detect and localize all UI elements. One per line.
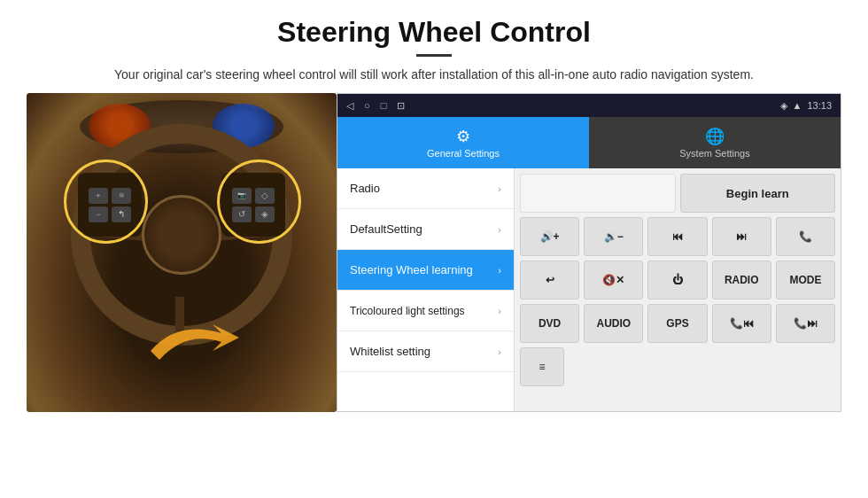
prev-track-button[interactable]: ⏮ xyxy=(647,217,707,256)
android-panel: ◁ ○ □ ⊡ ◈ ▲ 13:13 ⚙ General Settings 🌐 S… xyxy=(337,93,841,412)
vol-down-button[interactable]: 🔉− xyxy=(584,217,643,256)
arrow-indicator xyxy=(142,302,257,377)
chevron-icon: › xyxy=(498,346,501,357)
controls-area: Begin learn 🔊+ 🔉− ⏮ ⏭ xyxy=(515,168,841,411)
steering-wheel-hub xyxy=(142,195,221,275)
special-icon: ≡ xyxy=(539,361,545,373)
next-icon: ⏭ xyxy=(736,230,747,243)
special-button[interactable]: ≡ xyxy=(520,347,564,386)
phone-button[interactable]: 📞 xyxy=(776,217,835,256)
tab-system[interactable]: 🌐 System Settings xyxy=(589,117,841,168)
main-content: Radio › DefaultSetting › Steering Wheel … xyxy=(337,168,841,411)
highlight-circle-left xyxy=(64,160,148,244)
menu-list: Radio › DefaultSetting › Steering Wheel … xyxy=(337,168,515,411)
content-area: + ≋ − ↰ 📷 ◇ ↺ ◈ xyxy=(27,93,841,430)
menu-default-label: DefaultSetting xyxy=(350,222,422,236)
page-header: Steering Wheel Control Your original car… xyxy=(0,0,868,93)
hangup-button[interactable]: ↩ xyxy=(520,261,579,300)
menu-tricolour-label: Tricoloured light settings xyxy=(350,305,465,317)
radio-button[interactable]: RADIO xyxy=(712,261,771,300)
power-button[interactable]: ⏻ xyxy=(647,261,707,300)
menu-item-default[interactable]: DefaultSetting › xyxy=(337,209,514,250)
power-icon: ⏻ xyxy=(672,274,683,286)
audio-label: AUDIO xyxy=(596,317,631,330)
chevron-icon: › xyxy=(498,183,501,194)
empty-slot xyxy=(520,174,676,213)
tab-general-label: General Settings xyxy=(427,148,500,159)
gps-icon: ◈ xyxy=(780,100,787,112)
chevron-icon: › xyxy=(498,306,501,316)
tel-next-button[interactable]: 📞⏭ xyxy=(776,304,835,343)
recents-icon: □ xyxy=(381,100,387,111)
chevron-icon: › xyxy=(498,265,501,276)
title-divider xyxy=(416,54,452,57)
menu-item-whitelist[interactable]: Whitelist setting › xyxy=(337,331,514,372)
vol-up-icon: 🔊+ xyxy=(540,230,560,243)
next-track-button[interactable]: ⏭ xyxy=(712,217,771,256)
mode-label: MODE xyxy=(789,274,821,286)
begin-learn-button[interactable]: Begin learn xyxy=(680,174,836,213)
tel-next-icon: 📞⏭ xyxy=(794,317,818,330)
mute-icon: 🔇✕ xyxy=(602,274,624,286)
dvd-label: DVD xyxy=(539,317,561,330)
tab-system-label: System Settings xyxy=(679,148,749,159)
menu-item-tricolour[interactable]: Tricoloured light settings › xyxy=(337,291,514,331)
highlight-circle-right xyxy=(217,160,301,244)
controls-row-2: 🔊+ 🔉− ⏮ ⏭ 📞 xyxy=(520,217,835,256)
audio-button[interactable]: AUDIO xyxy=(584,304,643,343)
radio-label: RADIO xyxy=(725,274,759,286)
controls-row-4: DVD AUDIO GPS 📞⏮ 📞⏭ xyxy=(520,304,835,343)
steering-wheel-image: + ≋ − ↰ 📷 ◇ ↺ ◈ xyxy=(27,93,337,412)
nav-tabs: ⚙ General Settings 🌐 System Settings xyxy=(337,117,841,168)
status-bar: ◁ ○ □ ⊡ ◈ ▲ 13:13 xyxy=(337,94,841,117)
mute-button[interactable]: 🔇✕ xyxy=(584,261,643,300)
status-bar-left: ◁ ○ □ ⊡ xyxy=(346,100,405,112)
menu-item-steering[interactable]: Steering Wheel learning › xyxy=(337,250,514,291)
time-display: 13:13 xyxy=(807,100,832,111)
controls-row-1: Begin learn xyxy=(520,174,835,213)
prev-icon: ⏮ xyxy=(672,230,683,243)
page-description: Your original car's steering wheel contr… xyxy=(53,66,815,84)
vol-down-icon: 🔉− xyxy=(604,230,624,243)
signal-icon: ▲ xyxy=(793,100,802,111)
menu-whitelist-label: Whitelist setting xyxy=(350,345,430,358)
chevron-icon: › xyxy=(498,224,501,235)
controls-row-3: ↩ 🔇✕ ⏻ RADIO MODE xyxy=(520,261,835,300)
page-title: Steering Wheel Control xyxy=(53,16,815,49)
menu-radio-label: Radio xyxy=(350,182,380,195)
status-bar-right: ◈ ▲ 13:13 xyxy=(780,100,832,112)
gps-button[interactable]: GPS xyxy=(647,304,707,343)
gps-label: GPS xyxy=(666,317,688,330)
screen-icon: ⊡ xyxy=(397,100,405,112)
hangup-icon: ↩ xyxy=(546,274,554,286)
menu-steering-label: Steering Wheel learning xyxy=(350,263,473,276)
tel-prev-icon: 📞⏮ xyxy=(730,317,754,330)
controls-row-5: ≡ xyxy=(520,347,835,386)
menu-item-radio[interactable]: Radio › xyxy=(337,168,514,209)
phone-icon: 📞 xyxy=(799,230,812,243)
mode-button[interactable]: MODE xyxy=(776,261,835,300)
back-icon: ◁ xyxy=(346,100,353,112)
system-settings-icon: 🌐 xyxy=(705,127,725,146)
dvd-button[interactable]: DVD xyxy=(520,304,579,343)
vol-up-button[interactable]: 🔊+ xyxy=(520,217,579,256)
general-settings-icon: ⚙ xyxy=(456,127,470,146)
tab-general[interactable]: ⚙ General Settings xyxy=(337,117,589,168)
home-icon: ○ xyxy=(364,100,370,111)
tel-prev-button[interactable]: 📞⏮ xyxy=(712,304,771,343)
begin-learn-label: Begin learn xyxy=(726,187,789,200)
